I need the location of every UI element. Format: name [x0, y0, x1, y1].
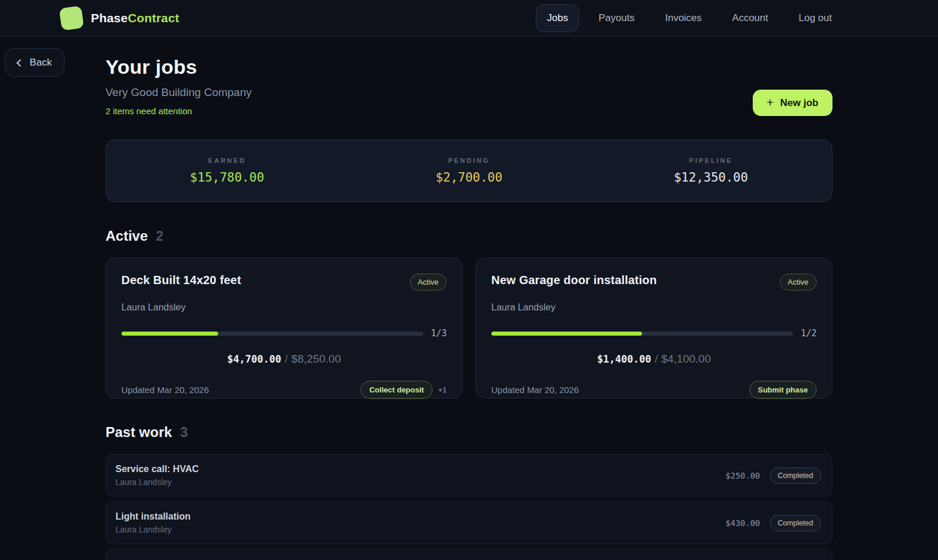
stat-pending: PENDING $2,700.00 — [348, 157, 590, 185]
stats-summary-card: EARNED $15,780.00 PENDING $2,700.00 PIPE… — [106, 139, 832, 202]
completed-badge: Completed — [770, 467, 821, 484]
job-card-top: New Garage door installation Active — [491, 274, 817, 291]
active-section-title: Active — [106, 228, 148, 244]
stat-pending-label: PENDING — [348, 157, 590, 164]
amount-separator: / — [655, 353, 658, 365]
brand: PhaseContract — [60, 7, 179, 29]
nav-item-account[interactable]: Account — [721, 4, 779, 32]
job-card-top: Deck Built 14x20 feet Active — [121, 274, 447, 291]
client-name: Laura Landsley — [121, 302, 447, 313]
past-amount: $430.00 — [726, 518, 760, 528]
job-actions: Collect deposit +1 — [361, 381, 447, 399]
progress-label: 1/2 — [801, 328, 817, 339]
stat-earned: EARNED $15,780.00 — [106, 157, 348, 185]
job-card-footer: Updated Mar 20, 2026 Collect deposit +1 — [121, 381, 447, 399]
amount-total: $4,100.00 — [661, 353, 711, 365]
job-actions: Submit phase — [749, 381, 817, 399]
past-job-title: Service call: HVAC — [115, 464, 199, 474]
page-header: Your jobs Very Good Building Company 2 i… — [106, 56, 832, 116]
job-title: New Garage door installation — [491, 274, 657, 287]
past-row-meta: $250.00 Completed — [726, 467, 821, 484]
stat-earned-label: EARNED — [106, 157, 348, 164]
past-row-hvac[interactable]: Service call: HVAC Laura Landsley $250.0… — [106, 454, 832, 497]
nav-item-invoices[interactable]: Invoices — [654, 4, 712, 32]
stat-earned-value: $15,780.00 — [106, 170, 348, 185]
amount-total: $8,250.00 — [291, 353, 341, 365]
page-header-text: Your jobs Very Good Building Company 2 i… — [106, 56, 252, 116]
job-title: Deck Built 14x20 feet — [121, 274, 241, 287]
active-section-count: 2 — [156, 228, 164, 244]
top-navigation-bar: PhaseContract Jobs Payouts Invoices Acco… — [0, 0, 938, 36]
attention-note: 2 items need attention — [106, 106, 252, 116]
plus-icon: + — [767, 95, 774, 110]
past-amount: $250.00 — [726, 471, 760, 480]
past-row-partial[interactable] — [106, 549, 832, 560]
progress-bar-fill — [491, 332, 642, 336]
past-section-header: Past work 3 — [106, 424, 832, 441]
stat-pipeline-label: PIPELINE — [590, 157, 832, 164]
back-button-label: Back — [30, 57, 52, 69]
brand-name: PhaseContract — [91, 11, 179, 25]
active-section-header: Active 2 — [106, 228, 832, 244]
job-card-garage-door[interactable]: New Garage door installation Active Laur… — [475, 258, 832, 398]
updated-date: Updated Mar 20, 2026 — [121, 385, 209, 395]
progress-label: 1/3 — [431, 328, 447, 339]
new-job-button-label: New job — [780, 97, 818, 109]
active-job-cards: Deck Built 14x20 feet Active Laura Lands… — [106, 258, 832, 398]
progress-row: 1/3 — [121, 328, 447, 339]
progress-bar — [491, 332, 793, 336]
main-nav: Jobs Payouts Invoices Account Log out — [536, 4, 843, 32]
progress-bar — [121, 332, 423, 336]
extra-actions-count: +1 — [438, 385, 447, 394]
past-row-text: Service call: HVAC Laura Landsley — [115, 464, 199, 487]
amount-earned: $1,400.00 — [597, 353, 651, 365]
progress-bar-fill — [121, 332, 218, 336]
submit-phase-button[interactable]: Submit phase — [749, 381, 817, 399]
nav-item-payouts[interactable]: Payouts — [587, 4, 645, 32]
past-client-name: Laura Landsley — [115, 477, 199, 487]
chevron-left-icon — [16, 59, 24, 67]
nav-item-logout[interactable]: Log out — [787, 4, 843, 32]
brand-name-primary: Phase — [91, 11, 128, 25]
past-row-light-installation[interactable]: Light installation Laura Landsley $430.0… — [106, 501, 832, 544]
stat-pipeline-value: $12,350.00 — [590, 170, 832, 185]
amount-separator: / — [285, 353, 288, 365]
past-row-text: Light installation Laura Landsley — [115, 511, 191, 534]
progress-row: 1/2 — [491, 328, 817, 339]
back-button[interactable]: Back — [5, 48, 64, 77]
brand-logo-icon — [59, 5, 84, 30]
brand-name-secondary: Contract — [128, 11, 179, 25]
client-name: Laura Landsley — [491, 302, 817, 313]
updated-date: Updated Mar 20, 2026 — [491, 385, 579, 395]
job-card-footer: Updated Mar 20, 2026 Submit phase — [491, 381, 817, 399]
past-job-title: Light installation — [115, 511, 191, 522]
past-section-count: 3 — [180, 425, 188, 441]
status-badge: Active — [410, 274, 447, 291]
past-client-name: Laura Landsley — [115, 525, 191, 534]
amount-row: $1,400.00/$4,100.00 — [491, 353, 817, 366]
collect-deposit-button[interactable]: Collect deposit — [361, 381, 433, 399]
past-work-list: Service call: HVAC Laura Landsley $250.0… — [106, 454, 832, 560]
completed-badge: Completed — [770, 515, 821, 531]
status-badge: Active — [780, 274, 817, 291]
job-card-deck-built[interactable]: Deck Built 14x20 feet Active Laura Lands… — [106, 258, 463, 398]
nav-item-jobs[interactable]: Jobs — [536, 4, 579, 32]
amount-row: $4,700.00/$8,250.00 — [121, 353, 447, 366]
company-name: Very Good Building Company — [106, 86, 252, 99]
stat-pipeline: PIPELINE $12,350.00 — [590, 157, 832, 185]
page-title: Your jobs — [106, 56, 252, 78]
new-job-button[interactable]: + New job — [753, 90, 832, 116]
amount-earned: $4,700.00 — [227, 353, 281, 365]
main-content: Your jobs Very Good Building Company 2 i… — [106, 36, 832, 560]
past-row-meta: $430.00 Completed — [726, 515, 821, 531]
stat-pending-value: $2,700.00 — [348, 170, 590, 185]
past-section-title: Past work — [106, 424, 172, 441]
